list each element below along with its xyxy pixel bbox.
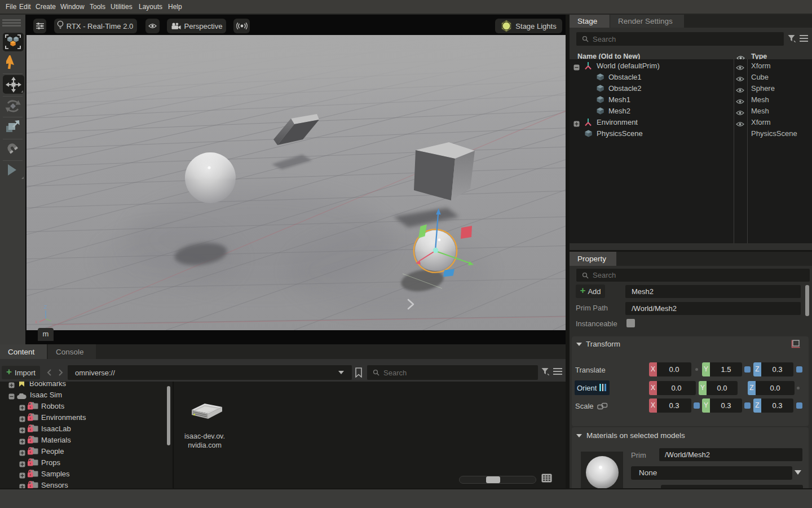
svg-text:Z: Z — [44, 304, 47, 310]
svg-text:x: x — [35, 319, 38, 325]
